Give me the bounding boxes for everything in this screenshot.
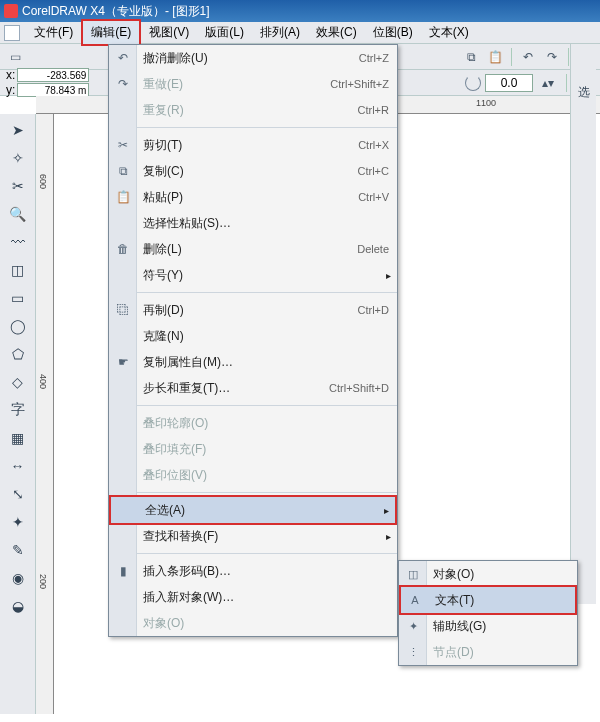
menu-symbol[interactable]: 符号(Y)▸ — [109, 262, 397, 288]
menu-layout[interactable]: 版面(L) — [197, 21, 252, 44]
menu-select-all[interactable]: 全选(A)▸ — [109, 495, 397, 525]
menu-paste-special[interactable]: 选择性粘贴(S)… — [109, 210, 397, 236]
shape-tool[interactable]: ✧ — [6, 146, 30, 170]
menu-delete[interactable]: 🗑删除(L)Delete — [109, 236, 397, 262]
crop-tool[interactable]: ✂ — [6, 174, 30, 198]
delete-icon: 🗑 — [115, 241, 131, 257]
guidelines-icon: ✦ — [405, 618, 421, 634]
rotation-icon — [465, 75, 481, 91]
vertical-ruler: 600 400 200 — [36, 114, 54, 714]
undo-icon: ↶ — [115, 50, 131, 66]
docker-tabs[interactable]: 选 — [570, 44, 596, 604]
outline-tool[interactable]: ◉ — [6, 566, 30, 590]
menu-insert-object[interactable]: 插入新对象(W)… — [109, 584, 397, 610]
basic-shapes-tool[interactable]: ◇ — [6, 370, 30, 394]
paste-icon: 📋 — [115, 189, 131, 205]
window-title: CorelDRAW X4（专业版）- [图形1] — [22, 3, 210, 20]
menu-bitmaps[interactable]: 位图(B) — [365, 21, 421, 44]
ruler-tick: 400 — [38, 374, 48, 389]
pick-tool[interactable]: ➤ — [6, 118, 30, 142]
menu-file[interactable]: 文件(F) — [26, 21, 81, 44]
ruler-tick: 1100 — [476, 98, 496, 108]
submenu-arrow-icon: ▸ — [386, 270, 391, 281]
ellipse-tool[interactable]: ◯ — [6, 314, 30, 338]
separator — [137, 492, 397, 493]
objects-icon: ◫ — [405, 566, 421, 582]
text-tool[interactable]: 字 — [6, 398, 30, 422]
menu-repeat[interactable]: 重复(R)Ctrl+R — [109, 97, 397, 123]
ruler-tick: 200 — [38, 574, 48, 589]
redo-icon: ↷ — [115, 76, 131, 92]
eyedropper-tool[interactable]: ✎ — [6, 538, 30, 562]
menu-undo[interactable]: ↶撤消删除(U)Ctrl+Z — [109, 45, 397, 71]
submenu-arrow-icon: ▸ — [386, 531, 391, 542]
select-all-submenu: ◫对象(O) A文本(T) ✦辅助线(G) ⋮节点(D) — [398, 560, 578, 666]
freehand-tool[interactable]: 〰 — [6, 230, 30, 254]
submenu-arrow-icon: ▸ — [384, 505, 389, 516]
coordinates: x: y: — [6, 68, 89, 97]
menu-insert-barcode[interactable]: ▮插入条形码(B)… — [109, 558, 397, 584]
y-input[interactable] — [17, 83, 89, 97]
menu-step-repeat[interactable]: 步长和重复(T)…Ctrl+Shift+D — [109, 375, 397, 401]
menu-redo[interactable]: ↷重做(E)Ctrl+Shift+Z — [109, 71, 397, 97]
document-icon — [4, 25, 20, 41]
menu-text[interactable]: 文本(X) — [421, 21, 477, 44]
rotation-stepper[interactable]: ▴▾ — [537, 72, 559, 94]
separator — [511, 48, 512, 66]
separator — [137, 553, 397, 554]
menu-duplicate[interactable]: ⿻再制(D)Ctrl+D — [109, 297, 397, 323]
menu-clone[interactable]: 克隆(N) — [109, 323, 397, 349]
zoom-tool[interactable]: 🔍 — [6, 202, 30, 226]
separator — [137, 127, 397, 128]
text-icon: A — [407, 592, 423, 608]
ruler-tick: 600 — [38, 174, 48, 189]
dimension-tool[interactable]: ↔ — [6, 454, 30, 478]
interactive-tool[interactable]: ✦ — [6, 510, 30, 534]
copy-icon: ⧉ — [115, 163, 131, 179]
fill-tool[interactable]: ◒ — [6, 594, 30, 618]
menu-arrange[interactable]: 排列(A) — [252, 21, 308, 44]
app-logo-icon — [4, 4, 18, 18]
undo-button[interactable]: ↶ — [517, 46, 539, 68]
menu-object[interactable]: 对象(O) — [109, 610, 397, 636]
new-button[interactable]: ▭ — [4, 46, 26, 68]
submenu-guidelines[interactable]: ✦辅助线(G) — [399, 613, 577, 639]
submenu-nodes[interactable]: ⋮节点(D) — [399, 639, 577, 665]
polygon-tool[interactable]: ⬠ — [6, 342, 30, 366]
menu-edit[interactable]: 编辑(E) — [81, 19, 141, 46]
submenu-text[interactable]: A文本(T) — [399, 585, 577, 615]
menu-effects[interactable]: 效果(C) — [308, 21, 365, 44]
docker-tab-label[interactable]: 选 — [578, 84, 590, 101]
menu-bar[interactable]: 文件(F) 编辑(E) 视图(V) 版面(L) 排列(A) 效果(C) 位图(B… — [0, 22, 600, 44]
nodes-icon: ⋮ — [405, 644, 421, 660]
menu-paste[interactable]: 📋粘贴(P)Ctrl+V — [109, 184, 397, 210]
menu-overprint-bitmap[interactable]: 叠印位图(V) — [109, 462, 397, 488]
redo-button[interactable]: ↷ — [541, 46, 563, 68]
copy-props-icon: ☛ — [115, 354, 131, 370]
copy-button[interactable]: ⧉ — [460, 46, 482, 68]
smart-fill-tool[interactable]: ◫ — [6, 258, 30, 282]
y-label: y: — [6, 83, 15, 97]
duplicate-icon: ⿻ — [115, 302, 131, 318]
separator — [566, 74, 567, 92]
toolbox: ➤ ✧ ✂ 🔍 〰 ◫ ▭ ◯ ⬠ ◇ 字 ▦ ↔ ⤡ ✦ ✎ ◉ ◒ — [0, 114, 36, 714]
separator — [137, 292, 397, 293]
x-input[interactable] — [17, 68, 89, 82]
menu-view[interactable]: 视图(V) — [141, 21, 197, 44]
separator — [137, 405, 397, 406]
rotation-input[interactable] — [485, 74, 533, 92]
submenu-objects[interactable]: ◫对象(O) — [399, 561, 577, 587]
menu-overprint-outline[interactable]: 叠印轮廓(O) — [109, 410, 397, 436]
menu-cut[interactable]: ✂剪切(T)Ctrl+X — [109, 132, 397, 158]
table-tool[interactable]: ▦ — [6, 426, 30, 450]
menu-copy[interactable]: ⧉复制(C)Ctrl+C — [109, 158, 397, 184]
rectangle-tool[interactable]: ▭ — [6, 286, 30, 310]
menu-copy-props[interactable]: ☛复制属性自(M)… — [109, 349, 397, 375]
menu-find-replace[interactable]: 查找和替换(F)▸ — [109, 523, 397, 549]
separator — [568, 48, 569, 66]
paste-button[interactable]: 📋 — [484, 46, 506, 68]
edit-dropdown: ↶撤消删除(U)Ctrl+Z ↷重做(E)Ctrl+Shift+Z 重复(R)C… — [108, 44, 398, 637]
menu-overprint-fill[interactable]: 叠印填充(F) — [109, 436, 397, 462]
barcode-icon: ▮ — [115, 563, 131, 579]
connector-tool[interactable]: ⤡ — [6, 482, 30, 506]
